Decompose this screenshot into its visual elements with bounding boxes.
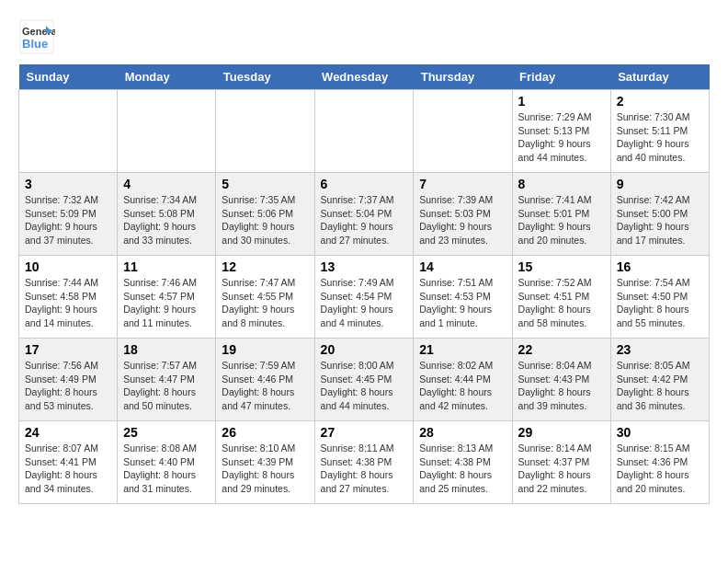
day-number: 7 — [419, 177, 506, 191]
day-info: Sunrise: 7:56 AM Sunset: 4:49 PM Dayligh… — [25, 359, 111, 413]
day-info: Sunrise: 7:44 AM Sunset: 4:58 PM Dayligh… — [25, 276, 111, 330]
day-info: Sunrise: 7:49 AM Sunset: 4:54 PM Dayligh… — [321, 276, 408, 330]
day-number: 11 — [123, 259, 210, 274]
calendar-cell: 11Sunrise: 7:46 AM Sunset: 4:57 PM Dayli… — [118, 256, 216, 339]
day-number: 29 — [518, 425, 605, 440]
day-info: Sunrise: 8:13 AM Sunset: 4:38 PM Dayligh… — [419, 442, 506, 496]
day-number: 10 — [25, 259, 111, 274]
day-number: 14 — [419, 259, 506, 274]
day-number: 24 — [25, 425, 111, 440]
calendar-cell: 17Sunrise: 7:56 AM Sunset: 4:49 PM Dayli… — [19, 339, 118, 421]
calendar-cell: 22Sunrise: 8:04 AM Sunset: 4:43 PM Dayli… — [512, 339, 610, 421]
day-info: Sunrise: 7:35 AM Sunset: 5:06 PM Dayligh… — [222, 193, 308, 247]
calendar-cell: 10Sunrise: 7:44 AM Sunset: 4:58 PM Dayli… — [19, 256, 118, 339]
calendar-cell: 16Sunrise: 7:54 AM Sunset: 4:50 PM Dayli… — [610, 256, 709, 339]
weekday-header: Wednesday — [314, 64, 414, 90]
calendar-cell: 4Sunrise: 7:34 AM Sunset: 5:08 PM Daylig… — [118, 173, 216, 256]
calendar-cell: 23Sunrise: 8:05 AM Sunset: 4:42 PM Dayli… — [610, 339, 709, 421]
day-number: 16 — [617, 259, 703, 274]
day-number: 9 — [617, 177, 703, 191]
calendar-cell: 6Sunrise: 7:37 AM Sunset: 5:04 PM Daylig… — [314, 173, 414, 256]
calendar-cell — [19, 90, 118, 173]
calendar-cell: 8Sunrise: 7:41 AM Sunset: 5:01 PM Daylig… — [512, 173, 610, 256]
day-number: 26 — [222, 425, 308, 440]
day-number: 2 — [617, 94, 703, 109]
day-info: Sunrise: 7:42 AM Sunset: 5:00 PM Dayligh… — [617, 193, 703, 247]
calendar-header-row: SundayMondayTuesdayWednesdayThursdayFrid… — [19, 64, 710, 90]
calendar-week-row: 24Sunrise: 8:07 AM Sunset: 4:41 PM Dayli… — [19, 421, 710, 504]
calendar-cell: 15Sunrise: 7:52 AM Sunset: 4:51 PM Dayli… — [512, 256, 610, 339]
calendar-cell: 20Sunrise: 8:00 AM Sunset: 4:45 PM Dayli… — [314, 339, 414, 421]
day-number: 28 — [419, 425, 506, 440]
calendar-cell: 12Sunrise: 7:47 AM Sunset: 4:55 PM Dayli… — [216, 256, 314, 339]
day-number: 20 — [321, 342, 408, 357]
day-number: 19 — [222, 342, 308, 357]
day-info: Sunrise: 7:52 AM Sunset: 4:51 PM Dayligh… — [518, 276, 605, 330]
calendar-week-row: 10Sunrise: 7:44 AM Sunset: 4:58 PM Dayli… — [19, 256, 710, 339]
calendar-cell: 7Sunrise: 7:39 AM Sunset: 5:03 PM Daylig… — [414, 173, 512, 256]
calendar-table: SundayMondayTuesdayWednesdayThursdayFrid… — [18, 64, 710, 504]
svg-text:Blue: Blue — [22, 37, 48, 51]
day-number: 17 — [25, 342, 111, 357]
day-number: 13 — [321, 259, 408, 274]
calendar-cell: 18Sunrise: 7:57 AM Sunset: 4:47 PM Dayli… — [118, 339, 216, 421]
day-info: Sunrise: 7:41 AM Sunset: 5:01 PM Dayligh… — [518, 193, 605, 247]
day-info: Sunrise: 7:46 AM Sunset: 4:57 PM Dayligh… — [123, 276, 210, 330]
page-header: General Blue — [18, 18, 710, 55]
day-info: Sunrise: 8:04 AM Sunset: 4:43 PM Dayligh… — [518, 359, 605, 413]
weekday-header: Friday — [512, 64, 610, 90]
calendar-week-row: 3Sunrise: 7:32 AM Sunset: 5:09 PM Daylig… — [19, 173, 710, 256]
calendar-cell: 5Sunrise: 7:35 AM Sunset: 5:06 PM Daylig… — [216, 173, 314, 256]
day-number: 12 — [222, 259, 308, 274]
calendar-cell: 9Sunrise: 7:42 AM Sunset: 5:00 PM Daylig… — [610, 173, 709, 256]
day-number: 6 — [321, 177, 408, 191]
day-info: Sunrise: 8:08 AM Sunset: 4:40 PM Dayligh… — [123, 442, 210, 496]
calendar-cell: 1Sunrise: 7:29 AM Sunset: 5:13 PM Daylig… — [512, 90, 610, 173]
day-number: 27 — [321, 425, 408, 440]
day-info: Sunrise: 8:07 AM Sunset: 4:41 PM Dayligh… — [25, 442, 111, 496]
logo-icon: General Blue — [18, 18, 55, 55]
day-number: 25 — [123, 425, 210, 440]
day-number: 5 — [222, 177, 308, 191]
day-number: 22 — [518, 342, 605, 357]
calendar-cell: 24Sunrise: 8:07 AM Sunset: 4:41 PM Dayli… — [19, 421, 118, 504]
day-number: 1 — [518, 94, 605, 109]
day-number: 15 — [518, 259, 605, 274]
weekday-header: Saturday — [610, 64, 709, 90]
day-info: Sunrise: 8:05 AM Sunset: 4:42 PM Dayligh… — [617, 359, 703, 413]
day-info: Sunrise: 7:34 AM Sunset: 5:08 PM Dayligh… — [123, 193, 210, 247]
calendar-cell — [216, 90, 314, 173]
day-info: Sunrise: 8:15 AM Sunset: 4:36 PM Dayligh… — [617, 442, 703, 496]
calendar-cell: 27Sunrise: 8:11 AM Sunset: 4:38 PM Dayli… — [314, 421, 414, 504]
day-info: Sunrise: 7:29 AM Sunset: 5:13 PM Dayligh… — [518, 110, 605, 165]
day-number: 3 — [25, 177, 111, 191]
calendar-cell: 29Sunrise: 8:14 AM Sunset: 4:37 PM Dayli… — [512, 421, 610, 504]
calendar-cell: 25Sunrise: 8:08 AM Sunset: 4:40 PM Dayli… — [118, 421, 216, 504]
day-info: Sunrise: 8:10 AM Sunset: 4:39 PM Dayligh… — [222, 442, 308, 496]
weekday-header: Monday — [118, 64, 216, 90]
day-info: Sunrise: 7:59 AM Sunset: 4:46 PM Dayligh… — [222, 359, 308, 413]
day-number: 30 — [617, 425, 703, 440]
day-info: Sunrise: 8:14 AM Sunset: 4:37 PM Dayligh… — [518, 442, 605, 496]
calendar-cell — [314, 90, 414, 173]
day-info: Sunrise: 8:02 AM Sunset: 4:44 PM Dayligh… — [419, 359, 506, 413]
day-info: Sunrise: 8:00 AM Sunset: 4:45 PM Dayligh… — [321, 359, 408, 413]
day-info: Sunrise: 7:47 AM Sunset: 4:55 PM Dayligh… — [222, 276, 308, 330]
day-info: Sunrise: 7:37 AM Sunset: 5:04 PM Dayligh… — [321, 193, 408, 247]
day-number: 21 — [419, 342, 506, 357]
day-info: Sunrise: 7:57 AM Sunset: 4:47 PM Dayligh… — [123, 359, 210, 413]
day-info: Sunrise: 7:54 AM Sunset: 4:50 PM Dayligh… — [617, 276, 703, 330]
weekday-header: Tuesday — [216, 64, 314, 90]
weekday-header: Sunday — [19, 64, 118, 90]
calendar-cell: 19Sunrise: 7:59 AM Sunset: 4:46 PM Dayli… — [216, 339, 314, 421]
calendar-cell: 13Sunrise: 7:49 AM Sunset: 4:54 PM Dayli… — [314, 256, 414, 339]
day-number: 4 — [123, 177, 210, 191]
calendar-cell — [118, 90, 216, 173]
day-number: 23 — [617, 342, 703, 357]
calendar-cell: 14Sunrise: 7:51 AM Sunset: 4:53 PM Dayli… — [414, 256, 512, 339]
day-number: 8 — [518, 177, 605, 191]
logo: General Blue — [18, 18, 59, 55]
calendar-cell: 30Sunrise: 8:15 AM Sunset: 4:36 PM Dayli… — [610, 421, 709, 504]
calendar-cell: 3Sunrise: 7:32 AM Sunset: 5:09 PM Daylig… — [19, 173, 118, 256]
weekday-header: Thursday — [414, 64, 512, 90]
